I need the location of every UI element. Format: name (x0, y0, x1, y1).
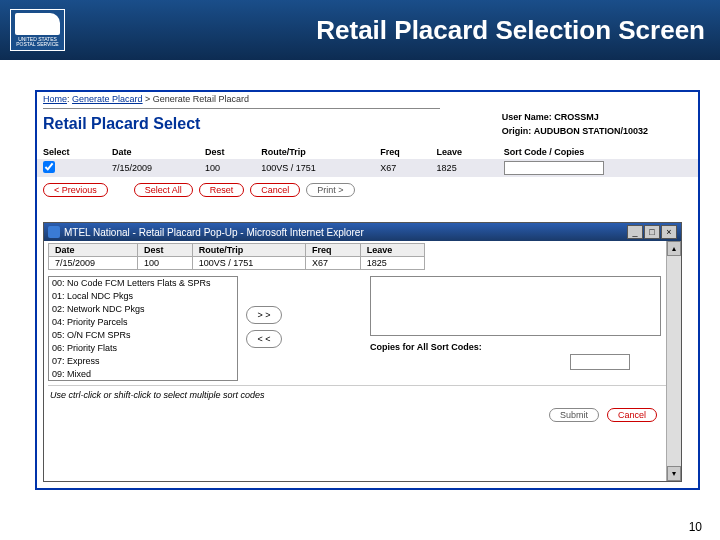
eagle-icon (15, 13, 60, 35)
cell-route: 100VS / 1751 (255, 159, 374, 177)
popup-data-row: 7/15/2009 100 100VS / 1751 X67 1825 (49, 257, 425, 270)
col-date: Date (106, 145, 199, 159)
hint-text: Use ctrl-click or shift-click to select … (48, 385, 677, 404)
copies-label: Copies for All Sort Codes: (370, 342, 661, 352)
bc-home[interactable]: Home (43, 94, 67, 104)
cancel-button[interactable]: Cancel (250, 183, 300, 197)
minimize-button[interactable]: _ (627, 225, 643, 239)
list-item[interactable]: 02: Network NDC Pkgs (49, 303, 237, 316)
list-item[interactable]: 05: O/N FCM SPRs (49, 329, 237, 342)
select-all-button[interactable]: Select All (134, 183, 193, 197)
bc-gen[interactable]: Generate Placard (72, 94, 143, 104)
submit-button[interactable]: Submit (549, 408, 599, 422)
reset-button[interactable]: Reset (199, 183, 245, 197)
col-sortcode: Sort Code / Copies (498, 145, 698, 159)
button-row: < Previous Select All Reset Cancel Print… (37, 177, 698, 203)
list-item[interactable]: 04: Priority Parcels (49, 316, 237, 329)
usps-logo: UNITED STATESPOSTAL SERVICE (10, 9, 65, 51)
popup-title-text: MTEL National - Retail Placard Pop-Up - … (64, 227, 626, 238)
popup-body: Date Dest Route/Trip Freq Leave 7/15/200… (44, 241, 681, 481)
list-item[interactable]: 00: No Code FCM Letters Flats & SPRs (49, 277, 237, 290)
list-item[interactable]: 01: Local NDC Pkgs (49, 290, 237, 303)
list-item[interactable]: 07: Express (49, 355, 237, 368)
sort-code-picker: 00: No Code FCM Letters Flats & SPRs 01:… (48, 276, 677, 381)
page-number: 10 (689, 520, 702, 534)
print-button[interactable]: Print > (306, 183, 354, 197)
table-row: 7/15/2009 100 100VS / 1751 X67 1825 (37, 159, 698, 177)
col-route: Route/Trip (255, 145, 374, 159)
logo-text: UNITED STATESPOSTAL SERVICE (16, 37, 58, 47)
close-button[interactable]: × (661, 225, 677, 239)
target-column: Copies for All Sort Codes: (290, 276, 677, 370)
popup-scrollbar[interactable]: ▴ ▾ (666, 241, 681, 481)
meta-block: User Name: CROSSMJ Origin: AUDUBON STATI… (502, 110, 648, 139)
previous-button[interactable]: < Previous (43, 183, 108, 197)
list-item[interactable]: 06: Priority Flats (49, 342, 237, 355)
divider (43, 108, 440, 109)
bc-current: Generate Retail Placard (153, 94, 249, 104)
cell-freq: X67 (374, 159, 430, 177)
col-freq: Freq (374, 145, 430, 159)
source-sortcode-listbox[interactable]: 00: No Code FCM Letters Flats & SPRs 01:… (48, 276, 238, 381)
copies-input[interactable] (570, 354, 630, 370)
slide-header: UNITED STATESPOSTAL SERVICE Retail Placa… (0, 0, 720, 60)
move-out-button[interactable]: < < (246, 330, 282, 348)
move-buttons: > > < < (246, 276, 282, 348)
ie-icon (48, 226, 60, 238)
col-dest: Dest (199, 145, 255, 159)
col-leave: Leave (431, 145, 498, 159)
table-header-row: Select Date Dest Route/Trip Freq Leave S… (37, 145, 698, 159)
row-select-checkbox[interactable] (43, 161, 55, 173)
scroll-down-button[interactable]: ▾ (667, 466, 681, 481)
list-item[interactable]: 09: Mixed (49, 368, 237, 381)
browser-frame: Home: Generate Placard > Generate Retail… (35, 90, 700, 490)
slide-title: Retail Placard Selection Screen (316, 15, 705, 46)
selection-table: Select Date Dest Route/Trip Freq Leave S… (37, 145, 698, 177)
cell-date: 7/15/2009 (106, 159, 199, 177)
cell-dest: 100 (199, 159, 255, 177)
sortcode-copies-input[interactable] (504, 161, 604, 175)
popup-window: MTEL National - Retail Placard Pop-Up - … (43, 222, 682, 482)
breadcrumb: Home: Generate Placard > Generate Retail… (37, 92, 698, 106)
cell-leave: 1825 (431, 159, 498, 177)
move-in-button[interactable]: > > (246, 306, 282, 324)
target-sortcode-listbox[interactable] (370, 276, 661, 336)
popup-titlebar[interactable]: MTEL National - Retail Placard Pop-Up - … (44, 223, 681, 241)
popup-header-row: Date Dest Route/Trip Freq Leave (49, 244, 425, 257)
popup-table: Date Dest Route/Trip Freq Leave 7/15/200… (48, 243, 425, 270)
col-select: Select (37, 145, 106, 159)
popup-cancel-button[interactable]: Cancel (607, 408, 657, 422)
scroll-up-button[interactable]: ▴ (667, 241, 681, 256)
maximize-button[interactable]: □ (644, 225, 660, 239)
popup-button-row: Submit Cancel (48, 404, 677, 426)
